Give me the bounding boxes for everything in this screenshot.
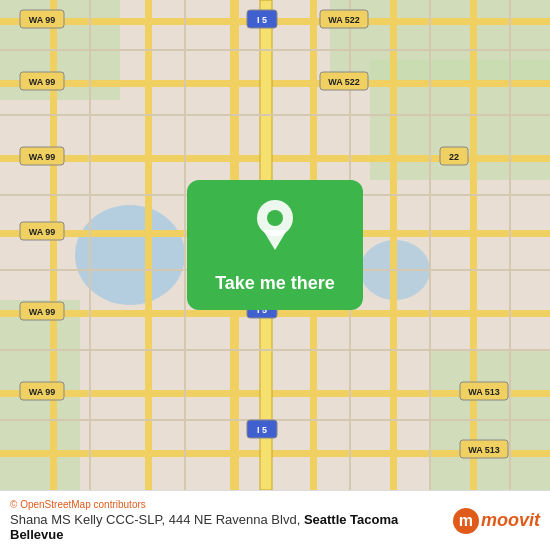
svg-point-63	[267, 210, 283, 226]
svg-rect-16	[145, 0, 152, 490]
svg-rect-9	[0, 80, 550, 87]
svg-text:WA 522: WA 522	[328, 77, 360, 87]
svg-text:WA 99: WA 99	[29, 15, 56, 25]
svg-rect-20	[470, 0, 477, 490]
map-container: WA 99 WA 99 WA 99 WA 99 WA 99 WA 99 I 5 …	[0, 0, 550, 490]
svg-text:WA 99: WA 99	[29, 227, 56, 237]
osm-credit: © OpenStreetMap contributors	[10, 499, 445, 510]
svg-text:WA 522: WA 522	[328, 15, 360, 25]
info-bar: © OpenStreetMap contributors Shana MS Ke…	[0, 490, 550, 550]
svg-text:WA 513: WA 513	[468, 445, 500, 455]
svg-text:I 5: I 5	[257, 15, 267, 25]
svg-rect-19	[390, 0, 397, 490]
location-title: Shana MS Kelly CCC-SLP, 444 NE Ravenna B…	[10, 512, 445, 542]
svg-point-6	[75, 205, 185, 305]
moovit-logo: m moovit	[453, 508, 540, 534]
svg-text:WA 99: WA 99	[29, 77, 56, 87]
svg-text:WA 99: WA 99	[29, 152, 56, 162]
moovit-m-icon: m	[453, 508, 479, 534]
svg-text:22: 22	[449, 152, 459, 162]
location-pin-icon	[253, 198, 297, 255]
moovit-wordmark: moovit	[481, 510, 540, 531]
svg-text:WA 99: WA 99	[29, 307, 56, 317]
svg-text:WA 99: WA 99	[29, 387, 56, 397]
svg-marker-62	[263, 230, 287, 250]
svg-text:WA 513: WA 513	[468, 387, 500, 397]
take-me-there-button[interactable]: Take me there	[187, 180, 363, 310]
take-me-there-label: Take me there	[215, 273, 335, 294]
svg-text:I 5: I 5	[257, 425, 267, 435]
